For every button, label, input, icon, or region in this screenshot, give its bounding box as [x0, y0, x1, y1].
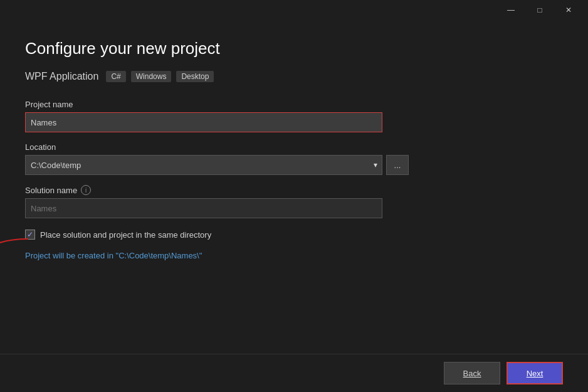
location-row: C:\Code\temp ...: [25, 155, 563, 175]
solution-name-label-row: Solution name i: [25, 185, 563, 195]
project-name-input[interactable]: [25, 112, 382, 132]
tag-windows: Windows: [131, 71, 172, 82]
title-bar-controls: — □ ✕: [496, 0, 583, 20]
back-button[interactable]: Back: [444, 362, 500, 384]
checkbox-wrapper: ✓ Place solution and project in the same…: [25, 230, 211, 240]
project-type-label: WPF Application: [25, 71, 98, 82]
page-title: Configure your new project: [25, 39, 563, 58]
same-directory-label: Place solution and project in the same d…: [40, 230, 211, 240]
checkbox-row: ✓ Place solution and project in the same…: [25, 230, 563, 240]
location-label: Location: [25, 142, 563, 152]
solution-name-input[interactable]: [25, 198, 382, 218]
configure-project-window: — □ ✕ Configure your new project WPF App…: [0, 0, 588, 392]
form-section: Project name Location C:\Code\temp ... S…: [25, 100, 563, 260]
minimize-button[interactable]: —: [496, 0, 525, 20]
same-directory-checkbox[interactable]: ✓: [25, 230, 35, 240]
back-label: Back: [463, 369, 481, 378]
next-label: Next: [527, 369, 543, 378]
checkmark-icon: ✓: [27, 231, 33, 238]
maximize-button[interactable]: □: [525, 0, 554, 20]
project-type-row: WPF Application C# Windows Desktop: [25, 71, 563, 82]
title-bar: — □ ✕: [0, 0, 588, 20]
main-content: Configure your new project WPF Applicati…: [0, 20, 588, 354]
location-select[interactable]: C:\Code\temp: [25, 155, 382, 175]
project-path-text: Project will be created in "C:\Code\temp…: [25, 251, 563, 260]
next-button[interactable]: Next: [507, 362, 563, 384]
project-name-label: Project name: [25, 100, 563, 109]
bottom-bar: Back Next: [0, 354, 588, 392]
info-icon: i: [81, 185, 91, 195]
tag-desktop: Desktop: [176, 71, 214, 82]
location-select-wrapper: C:\Code\temp: [25, 155, 382, 175]
close-button[interactable]: ✕: [554, 0, 583, 20]
browse-button[interactable]: ...: [386, 155, 409, 175]
tag-csharp: C#: [106, 71, 125, 82]
solution-name-label: Solution name: [25, 186, 77, 195]
